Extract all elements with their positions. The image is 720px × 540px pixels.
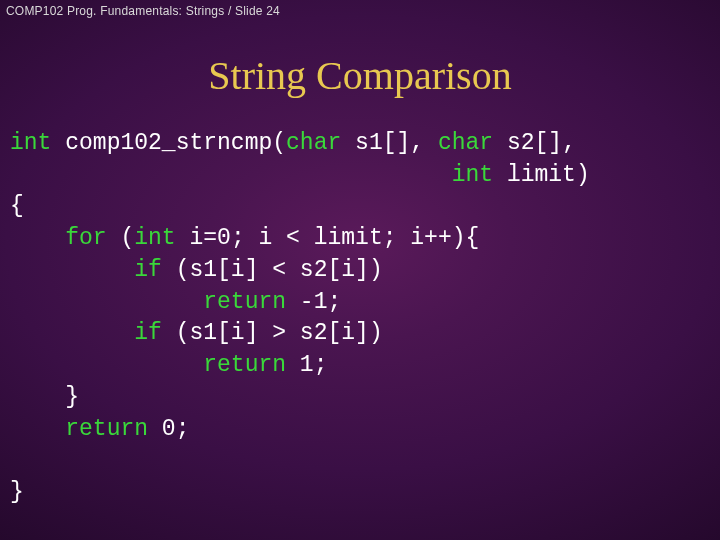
code-text: ( — [107, 225, 135, 251]
kw-if: if — [134, 257, 162, 283]
code-text: } — [10, 479, 24, 505]
kw-return: return — [203, 289, 286, 315]
code-text: limit) — [493, 162, 590, 188]
kw-if: if — [134, 320, 162, 346]
code-text: i=0; i < limit; i++){ — [176, 225, 480, 251]
code-text — [10, 289, 203, 315]
kw-char: char — [286, 130, 341, 156]
code-text: (s1[i] < s2[i]) — [162, 257, 383, 283]
code-text: (s1[i] > s2[i]) — [162, 320, 383, 346]
code-text — [10, 320, 134, 346]
code-text — [10, 416, 65, 442]
kw-int: int — [134, 225, 175, 251]
kw-for: for — [65, 225, 106, 251]
code-text: { — [10, 193, 24, 219]
code-text: s1[], — [341, 130, 438, 156]
code-text: } — [10, 384, 79, 410]
code-text: 1; — [286, 352, 327, 378]
code-text — [10, 352, 203, 378]
code-text: s2[], — [493, 130, 576, 156]
code-text: 0; — [148, 416, 189, 442]
code-text — [10, 257, 134, 283]
code-text: comp102_strncmp( — [51, 130, 286, 156]
kw-int: int — [10, 130, 51, 156]
code-text — [10, 162, 452, 188]
kw-char: char — [438, 130, 493, 156]
code-text — [10, 225, 65, 251]
slide-header: COMP102 Prog. Fundamentals: Strings / Sl… — [6, 4, 280, 18]
kw-return: return — [203, 352, 286, 378]
slide-title: String Comparison — [0, 52, 720, 99]
code-block: int comp102_strncmp(char s1[], char s2[]… — [10, 128, 590, 509]
code-text: -1; — [286, 289, 341, 315]
kw-int: int — [452, 162, 493, 188]
kw-return: return — [65, 416, 148, 442]
